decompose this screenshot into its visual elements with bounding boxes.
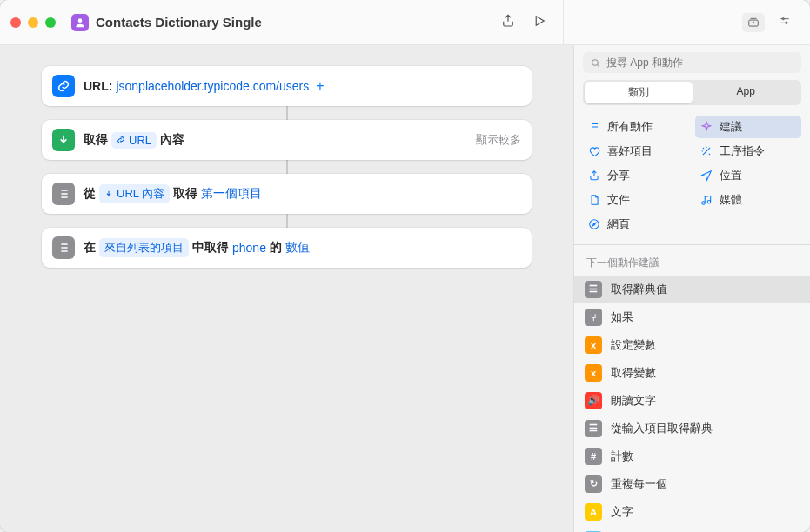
search-icon xyxy=(590,57,601,69)
suggestion-item[interactable]: 🔊朗讀文字 xyxy=(574,387,810,415)
run-button[interactable] xyxy=(532,13,547,32)
suggestion-item[interactable]: x取得變數 xyxy=(574,359,810,387)
library-add-button[interactable] xyxy=(742,13,765,32)
first-item-value[interactable]: 第一個項目 xyxy=(201,186,262,202)
close-window[interactable] xyxy=(10,17,21,28)
list-icon xyxy=(588,121,600,133)
share-button[interactable] xyxy=(500,13,516,32)
text-icon: A xyxy=(585,503,602,521)
link-icon xyxy=(52,75,75,97)
suggestion-item[interactable]: ☰從輸入項目取得辭典 xyxy=(574,415,810,442)
suggestion-item[interactable]: ☰取得辭典值 xyxy=(574,276,810,303)
segment-categories[interactable]: 類別 xyxy=(585,82,693,103)
speaker-icon: 🔊 xyxy=(585,392,602,409)
action-library-sidebar: 類別 App 所有動作 建議 喜好項目 工序指令 分享 位置 文件 媒體 網頁 … xyxy=(573,45,810,532)
in-label: 在 xyxy=(84,240,96,256)
key-name[interactable]: phone xyxy=(232,241,266,255)
url-variable-token[interactable]: URL xyxy=(111,132,157,149)
sparkle-icon xyxy=(700,121,713,133)
cat-documents[interactable]: 文件 xyxy=(583,189,690,211)
window-title: Contacts Dictionary Single xyxy=(96,15,493,30)
add-url-button[interactable]: + xyxy=(312,78,327,94)
heart-icon xyxy=(588,145,600,157)
variable-icon: x xyxy=(585,336,602,354)
cat-web[interactable]: 網頁 xyxy=(583,213,690,236)
suggestion-item[interactable]: ⑂如果 xyxy=(574,303,810,331)
traffic-lights xyxy=(10,17,56,28)
list-icon xyxy=(52,236,75,259)
cat-scripting[interactable]: 工序指令 xyxy=(695,140,802,163)
hash-icon: # xyxy=(585,448,602,465)
url-action-card[interactable]: URL: jsonplaceholder.typicode.com/users … xyxy=(42,66,532,106)
url-contents-variable[interactable]: URL 內容 xyxy=(99,184,170,203)
get-label: 取得 xyxy=(84,132,108,148)
cat-sharing[interactable]: 分享 xyxy=(583,164,690,187)
location-icon xyxy=(700,170,713,182)
get-dictionary-value-card[interactable]: 在 來自列表的項目 中取得 phone 的 數值 xyxy=(42,228,532,268)
list-icon xyxy=(52,183,75,205)
workflow-canvas[interactable]: URL: jsonplaceholder.typicode.com/users … xyxy=(0,45,573,532)
of-label: 的 xyxy=(270,240,282,256)
suggestion-item[interactable]: #計數 xyxy=(574,442,810,470)
cat-location[interactable]: 位置 xyxy=(695,164,802,187)
get-url-contents-card[interactable]: 取得 URL 內容 顯示較多 xyxy=(42,120,532,160)
svg-point-4 xyxy=(590,220,599,229)
segment-apps[interactable]: App xyxy=(693,82,800,103)
list-icon: ☰ xyxy=(585,281,602,298)
show-more-button[interactable]: 顯示較多 xyxy=(476,132,521,148)
value-type[interactable]: 數值 xyxy=(285,240,310,256)
suggestion-item[interactable]: x設定變數 xyxy=(574,331,810,359)
list-item-variable[interactable]: 來自列表的項目 xyxy=(99,238,189,257)
cat-all-actions[interactable]: 所有動作 xyxy=(583,116,690,138)
mid-label: 中取得 xyxy=(192,240,229,256)
minimize-window[interactable] xyxy=(28,17,38,28)
get-label: 取得 xyxy=(173,186,197,202)
settings-button[interactable] xyxy=(777,15,793,30)
divider xyxy=(574,244,810,245)
document-icon xyxy=(588,194,600,206)
connector xyxy=(286,160,288,174)
from-label: 從 xyxy=(84,186,96,202)
repeat-icon: ↻ xyxy=(585,475,602,493)
library-segmented-control[interactable]: 類別 App xyxy=(583,80,801,105)
list-icon: ☰ xyxy=(585,420,602,437)
wand-icon xyxy=(700,145,713,157)
zoom-window[interactable] xyxy=(45,17,56,28)
branch-icon: ⑂ xyxy=(585,309,602,326)
download-icon xyxy=(52,129,75,151)
titlebar: Contacts Dictionary Single xyxy=(0,0,810,45)
svg-point-3 xyxy=(592,59,599,65)
suggestion-item[interactable]: 🔗URL xyxy=(574,526,810,532)
contacts-app-icon xyxy=(71,14,89,31)
cat-favorites[interactable]: 喜好項目 xyxy=(583,140,690,163)
search-field[interactable] xyxy=(583,52,801,73)
cat-media[interactable]: 媒體 xyxy=(695,189,802,211)
variable-icon: x xyxy=(585,364,602,382)
contents-label: 內容 xyxy=(160,132,184,148)
suggestions-header: 下一個動作建議 xyxy=(574,250,810,276)
get-item-from-list-card[interactable]: 從 URL 內容 取得 第一個項目 xyxy=(42,174,532,214)
search-input[interactable] xyxy=(606,57,794,69)
safari-icon xyxy=(588,218,600,230)
url-value[interactable]: jsonplaceholder.typicode.com/users xyxy=(116,79,309,93)
suggestion-item[interactable]: ↻重複每一個 xyxy=(574,470,810,498)
url-label: URL: xyxy=(84,79,112,93)
connector xyxy=(286,214,288,228)
suggestion-item[interactable]: A文字 xyxy=(574,498,810,526)
share-icon xyxy=(588,170,600,182)
music-icon xyxy=(700,194,713,206)
connector xyxy=(286,106,288,120)
cat-suggestions[interactable]: 建議 xyxy=(695,116,802,138)
